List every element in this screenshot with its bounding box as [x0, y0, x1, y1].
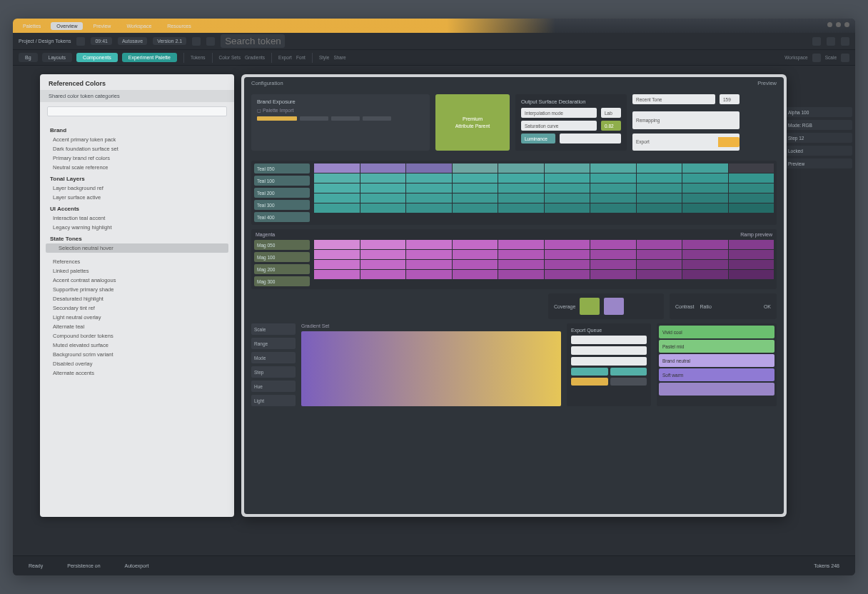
badge-teal2[interactable]: [610, 368, 647, 376]
ribbon-export[interactable]: Export: [278, 55, 292, 60]
ribbon-a-icon[interactable]: [812, 54, 821, 62]
ribbon-colorsets[interactable]: Color Sets: [219, 55, 241, 60]
lp-item[interactable]: Accent contrast analogous: [40, 276, 234, 285]
teal-200[interactable]: Teal 200: [254, 188, 310, 198]
ribbon-share[interactable]: Share: [333, 55, 345, 60]
bl-hue[interactable]: Hue: [251, 381, 296, 392]
mag-300[interactable]: Mag 300: [254, 276, 310, 286]
mag-100[interactable]: Mag 100: [254, 252, 310, 262]
ribbon-workspace[interactable]: Workspace: [784, 55, 807, 60]
lp-item[interactable]: Background scrim variant: [40, 350, 234, 359]
lp-item[interactable]: Desaturated highlight: [40, 294, 234, 303]
preset-4[interactable]: [659, 383, 774, 396]
lp-item[interactable]: Secondary tint ref: [40, 303, 234, 313]
mag-200[interactable]: Mag 200: [254, 264, 310, 274]
rstrip-alpha[interactable]: Alpha 100: [785, 107, 852, 117]
ribbon-tokens[interactable]: Tokens: [191, 55, 206, 60]
opt-v2[interactable]: 0.82: [601, 121, 621, 131]
rstrip-step[interactable]: Step 12: [785, 133, 852, 143]
left-panel-filter[interactable]: [47, 106, 227, 116]
bl-step[interactable]: Step: [251, 366, 296, 378]
undo-icon[interactable]: [76, 37, 85, 46]
lp-item[interactable]: Interaction teal accent: [40, 213, 234, 223]
left-panel: Referenced Colors Shared color token cat…: [40, 74, 234, 517]
bl-scale[interactable]: Scale: [251, 323, 296, 335]
opt-f3[interactable]: Luminance: [521, 134, 555, 144]
tab-workspace[interactable]: Workspace: [121, 22, 157, 30]
rstrip-preview[interactable]: Preview: [785, 158, 852, 168]
lp-item[interactable]: Light neutral overlay: [40, 313, 234, 322]
search-input[interactable]: [221, 34, 285, 48]
rc-c[interactable]: Remapping: [632, 111, 740, 129]
grid-icon[interactable]: [192, 37, 201, 46]
lp-item[interactable]: Disabled overlay: [40, 359, 234, 368]
export-1[interactable]: [571, 346, 647, 355]
chip-version[interactable]: Version 2.1: [153, 37, 186, 45]
rstrip-mode[interactable]: Mode: RGB: [785, 120, 852, 130]
preset-3[interactable]: Soft warm: [659, 368, 774, 381]
ribbon-experiment[interactable]: Experiment Palette: [122, 53, 177, 62]
ribbon-font[interactable]: Font: [296, 55, 306, 60]
ribbon-zoom-icon[interactable]: [841, 54, 849, 62]
ribbon-gradients[interactable]: Gradients: [245, 55, 265, 60]
cov-swatch-a[interactable]: [580, 298, 600, 315]
ribbon-layouts[interactable]: Layouts: [42, 53, 73, 62]
badge-grey[interactable]: [610, 378, 647, 386]
opt-v1[interactable]: Lab: [601, 108, 621, 118]
tab-palettes[interactable]: Palettes: [17, 22, 46, 30]
tab-overview[interactable]: Overview: [51, 22, 83, 30]
lp-item[interactable]: Neutral scale reference: [40, 163, 234, 172]
rc-a[interactable]: Recent Tone: [632, 94, 715, 104]
ribbon-components[interactable]: Components: [76, 53, 118, 62]
bl-mode[interactable]: Mode: [251, 352, 296, 363]
chip-autosave[interactable]: Autosave: [118, 37, 147, 45]
lp-item[interactable]: Supportive primary shade: [40, 285, 234, 294]
lp-item[interactable]: Muted elevated surface: [40, 341, 234, 350]
ribbon-bg[interactable]: Bg: [19, 53, 38, 62]
cov-swatch-b[interactable]: [604, 298, 624, 315]
lp-item[interactable]: Linked palettes: [40, 266, 234, 276]
teal-400[interactable]: Teal 400: [254, 212, 310, 222]
teal-050[interactable]: Teal 050: [254, 163, 310, 173]
export-0[interactable]: [571, 336, 647, 344]
mag-050[interactable]: Mag 050: [254, 240, 310, 250]
ribbon-style[interactable]: Style: [319, 55, 329, 60]
lp-item[interactable]: Dark foundation surface set: [40, 144, 234, 153]
gradient-block[interactable]: [301, 331, 561, 406]
bl-range[interactable]: Range: [251, 338, 296, 349]
lp-item[interactable]: Alternate teal: [40, 322, 234, 331]
lp-item-selected[interactable]: Selection neutral hover: [46, 243, 228, 253]
layers-icon[interactable]: [206, 37, 215, 46]
lp-item[interactable]: Legacy warning highlight: [40, 223, 234, 232]
ribbon-scale[interactable]: Scale: [825, 55, 837, 60]
panel-icon[interactable]: [827, 37, 835, 46]
rc-d[interactable]: Export: [632, 134, 740, 151]
opt-f1[interactable]: Interpolation mode: [521, 108, 597, 118]
preset-2[interactable]: Brand neutral: [659, 354, 774, 367]
preset-1[interactable]: Pastel mid: [659, 340, 774, 353]
tab-preview[interactable]: Preview: [87, 22, 116, 30]
tab-resources[interactable]: Resources: [161, 22, 196, 30]
bl-light[interactable]: Light: [251, 395, 296, 406]
rstrip-locked[interactable]: Locked: [785, 146, 852, 156]
teal-100[interactable]: Teal 100: [254, 176, 310, 186]
lp-item[interactable]: Layer surface active: [40, 193, 234, 202]
lp-item[interactable]: Alternate accents: [40, 368, 234, 378]
window-controls[interactable]: [827, 22, 849, 27]
lp-item[interactable]: Primary brand ref colors: [40, 153, 234, 163]
settings-icon[interactable]: [812, 37, 821, 46]
lp-item[interactable]: Layer background ref: [40, 183, 234, 193]
cov-b: Ratio: [700, 304, 711, 309]
opt-f3b[interactable]: [560, 134, 621, 144]
lp-item[interactable]: References: [40, 257, 234, 266]
badge-teal[interactable]: [571, 368, 608, 376]
more-icon[interactable]: [841, 37, 849, 46]
badge-orange[interactable]: [571, 378, 608, 386]
teal-300[interactable]: Teal 300: [254, 200, 310, 210]
green-card[interactable]: Premium Attribute Parent: [435, 94, 510, 151]
opt-f2[interactable]: Saturation curve: [521, 121, 597, 131]
preset-0[interactable]: Vivid cool: [659, 326, 774, 338]
export-2[interactable]: [571, 357, 647, 366]
lp-item[interactable]: Compound border tokens: [40, 331, 234, 341]
lp-item[interactable]: Accent primary token pack: [40, 135, 234, 144]
